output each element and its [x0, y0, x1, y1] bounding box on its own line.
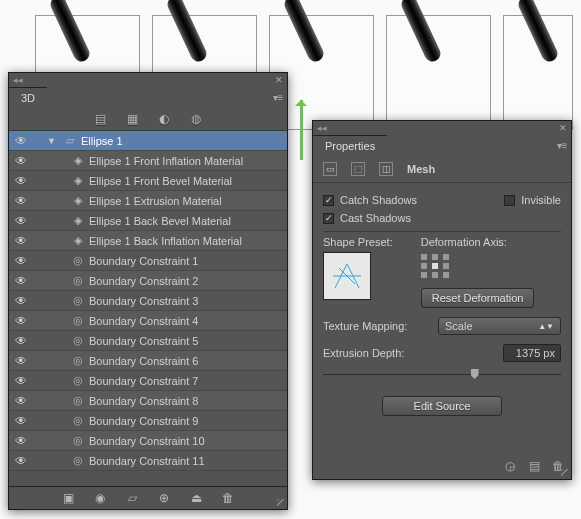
tab-3d[interactable]: 3D: [9, 87, 47, 108]
material-icon: ◈: [69, 234, 87, 247]
visibility-eye-icon[interactable]: 👁: [9, 334, 33, 348]
layer-label: Boundary Constraint 9: [87, 415, 287, 427]
visibility-eye-icon[interactable]: 👁: [9, 154, 33, 168]
visibility-eye-icon[interactable]: 👁: [9, 434, 33, 448]
mesh-mode-icon-1[interactable]: ▭: [323, 162, 337, 176]
trash-icon[interactable]: 🗑: [221, 491, 235, 505]
constraint-icon: ◎: [69, 334, 87, 347]
visibility-eye-icon[interactable]: 👁: [9, 214, 33, 228]
chevron-updown-icon: ▲▼: [538, 322, 554, 331]
layer-row[interactable]: 👁▼▱Ellipse 1: [9, 131, 287, 151]
flyout-menu-icon[interactable]: ▾≡: [269, 87, 287, 108]
layer-label: Boundary Constraint 11: [87, 455, 287, 467]
mesh-mode-icon-3[interactable]: ◫: [379, 162, 393, 176]
collapse-arrows-icon[interactable]: ◂◂: [13, 75, 23, 85]
layer-row[interactable]: 👁◈Ellipse 1 Front Inflation Material: [9, 151, 287, 171]
cast-shadows-checkbox[interactable]: ✓: [323, 213, 334, 224]
layer-label: Boundary Constraint 4: [87, 315, 287, 327]
twisty-icon[interactable]: ▼: [47, 136, 61, 146]
tab-properties[interactable]: Properties: [313, 135, 387, 156]
catch-shadows-checkbox[interactable]: ✓: [323, 195, 334, 206]
light-icon[interactable]: ◍: [189, 112, 203, 126]
layer-row[interactable]: 👁◎Boundary Constraint 3: [9, 291, 287, 311]
visibility-eye-icon[interactable]: 👁: [9, 394, 33, 408]
shape-preset-picker[interactable]: [323, 252, 371, 300]
layer-row[interactable]: 👁◎Boundary Constraint 1: [9, 251, 287, 271]
material-icon: ◈: [69, 214, 87, 227]
visibility-eye-icon[interactable]: 👁: [9, 374, 33, 388]
layer-row[interactable]: 👁◈Ellipse 1 Extrusion Material: [9, 191, 287, 211]
visibility-eye-icon[interactable]: 👁: [9, 134, 33, 148]
layer-row[interactable]: 👁◎Boundary Constraint 2: [9, 271, 287, 291]
layer-row[interactable]: 👁◈Ellipse 1 Back Inflation Material: [9, 231, 287, 251]
material-icon: ◈: [69, 154, 87, 167]
layer-row[interactable]: 👁◎Boundary Constraint 10: [9, 431, 287, 451]
layers-icon[interactable]: ▤: [93, 112, 107, 126]
visibility-eye-icon[interactable]: 👁: [9, 354, 33, 368]
deformation-axis-label: Deformation Axis:: [421, 236, 535, 248]
deformation-axis-picker[interactable]: [421, 254, 535, 278]
dropdown-icon[interactable]: ▱: [125, 491, 139, 505]
layer-label: Boundary Constraint 2: [87, 275, 287, 287]
texture-mapping-label: Texture Mapping:: [323, 320, 428, 332]
document-icon[interactable]: ▤: [527, 459, 541, 473]
layer-label: Boundary Constraint 3: [87, 295, 287, 307]
constraint-icon: ◎: [69, 434, 87, 447]
layer-label: Boundary Constraint 1: [87, 255, 287, 267]
layer-label: Ellipse 1: [79, 135, 287, 147]
constraint-icon: ◎: [69, 274, 87, 287]
close-icon[interactable]: ✕: [275, 75, 283, 85]
trash-icon[interactable]: ▦: [125, 112, 139, 126]
close-icon[interactable]: ✕: [559, 123, 567, 133]
layer-row[interactable]: 👁◎Boundary Constraint 7: [9, 371, 287, 391]
visibility-eye-icon[interactable]: 👁: [9, 254, 33, 268]
toolbar-3d: ▤ ▦ ◐ ◍: [9, 108, 287, 131]
layer-label: Boundary Constraint 6: [87, 355, 287, 367]
flyout-menu-icon[interactable]: ▾≡: [553, 135, 571, 156]
new-icon[interactable]: ▣: [61, 491, 75, 505]
visibility-eye-icon[interactable]: 👁: [9, 294, 33, 308]
collapse-arrows-icon[interactable]: ◂◂: [317, 123, 327, 133]
layer-row[interactable]: 👁◎Boundary Constraint 5: [9, 331, 287, 351]
shape-preset-label: Shape Preset:: [323, 236, 393, 248]
lightbulb-icon[interactable]: ◉: [93, 491, 107, 505]
visibility-eye-icon[interactable]: 👁: [9, 414, 33, 428]
reset-deformation-button[interactable]: Reset Deformation: [421, 288, 535, 308]
constraint-icon: ◎: [69, 294, 87, 307]
render-icon[interactable]: ◶: [503, 459, 517, 473]
layer-label: Boundary Constraint 10: [87, 435, 287, 447]
ground-icon[interactable]: ⏏: [189, 491, 203, 505]
layer-row[interactable]: 👁◎Boundary Constraint 4: [9, 311, 287, 331]
constraint-icon: ◎: [69, 394, 87, 407]
layer-label: Ellipse 1 Front Bevel Material: [87, 175, 287, 187]
layer-label: Ellipse 1 Extrusion Material: [87, 195, 287, 207]
extrusion-depth-input[interactable]: 1375 px: [503, 344, 561, 362]
visibility-eye-icon[interactable]: 👁: [9, 314, 33, 328]
texture-mapping-select[interactable]: Scale ▲▼: [438, 317, 561, 335]
invisible-checkbox[interactable]: [504, 195, 515, 206]
layer-row[interactable]: 👁◎Boundary Constraint 6: [9, 351, 287, 371]
edit-source-button[interactable]: Edit Source: [382, 396, 502, 416]
layer-label: Boundary Constraint 5: [87, 335, 287, 347]
extrusion-depth-slider[interactable]: [323, 368, 561, 382]
visibility-eye-icon[interactable]: 👁: [9, 194, 33, 208]
layer-row[interactable]: 👁◎Boundary Constraint 9: [9, 411, 287, 431]
constraint-icon: ◎: [69, 374, 87, 387]
target-icon[interactable]: ⊕: [157, 491, 171, 505]
material-icon: ◈: [69, 194, 87, 207]
layer-row[interactable]: 👁◈Ellipse 1 Front Bevel Material: [9, 171, 287, 191]
layer-row[interactable]: 👁◎Boundary Constraint 8: [9, 391, 287, 411]
visibility-eye-icon[interactable]: 👁: [9, 174, 33, 188]
visibility-eye-icon[interactable]: 👁: [9, 234, 33, 248]
layer-label: Boundary Constraint 7: [87, 375, 287, 387]
layer-row[interactable]: 👁◈Ellipse 1 Back Bevel Material: [9, 211, 287, 231]
panel-3d: ◂◂ ✕ 3D ▾≡ ▤ ▦ ◐ ◍ 👁▼▱Ellipse 1👁◈Ellipse…: [8, 72, 288, 510]
plane-icon: ▱: [61, 134, 79, 147]
constraint-icon: ◎: [69, 314, 87, 327]
visibility-eye-icon[interactable]: 👁: [9, 274, 33, 288]
sphere-icon[interactable]: ◐: [157, 112, 171, 126]
layer-row[interactable]: 👁◎Boundary Constraint 11: [9, 451, 287, 471]
visibility-eye-icon[interactable]: 👁: [9, 454, 33, 468]
panel-properties: ◂◂ ✕ Properties ▾≡ ▭ ⬚ ◫ Mesh ✓ Catch Sh…: [312, 120, 572, 480]
mesh-mode-icon-2[interactable]: ⬚: [351, 162, 365, 176]
